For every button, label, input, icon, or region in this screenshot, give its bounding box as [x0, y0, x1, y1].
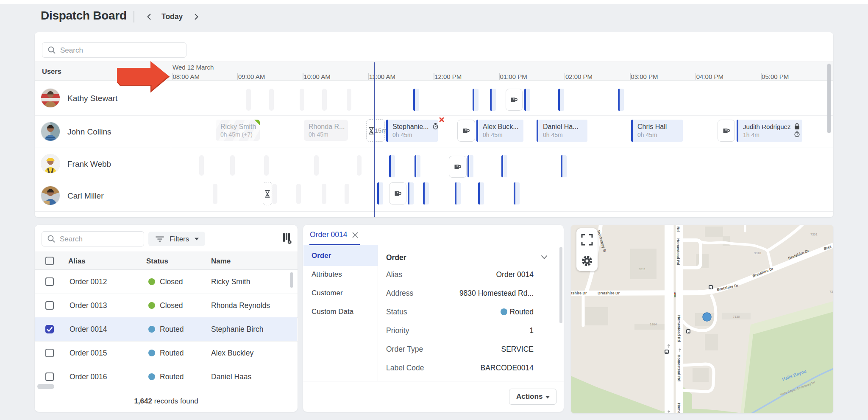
- svg-text:9911: 9911: [639, 267, 645, 271]
- svg-text:retshire Dr: retshire Dr: [571, 291, 587, 295]
- svg-text:7302: 7302: [829, 290, 833, 294]
- svg-text:Homestead Rd: Homestead Rd: [677, 355, 681, 381]
- svg-text:Rd: Rd: [676, 227, 680, 232]
- svg-text:Homestead Rd: Homestead Rd: [677, 315, 681, 342]
- svg-text:1864: 1864: [650, 322, 657, 326]
- svg-text:Homestead Rd: Homestead Rd: [676, 238, 680, 265]
- svg-text:9910: 9910: [754, 251, 761, 255]
- svg-text:7301: 7301: [810, 232, 818, 236]
- svg-text:Bretshire Dr: Bretshire Dr: [598, 291, 620, 295]
- svg-text:7130: 7130: [733, 315, 740, 319]
- svg-text:Home: Home: [677, 403, 681, 413]
